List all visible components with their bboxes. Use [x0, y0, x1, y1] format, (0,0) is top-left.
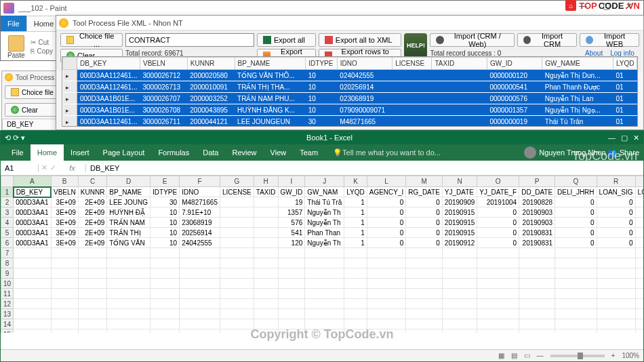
table-row[interactable]: 000D3AA1B01E...30000267072000003252TRẦN … [63, 93, 637, 104]
col-header[interactable]: I [278, 176, 305, 187]
row-header[interactable]: 1 [1, 187, 14, 197]
row-header[interactable]: 15 [1, 329, 14, 334]
filter-input[interactable] [125, 33, 254, 47]
excel-tab-data[interactable]: Data [196, 144, 225, 161]
excel-min-button[interactable]: — [608, 134, 616, 142]
table-row[interactable]: 2000D3AA13E+092E+09LEE JOUNG30M482716651… [1, 197, 644, 207]
import-crm-button[interactable]: Import CRM [517, 33, 577, 47]
view-normal-icon[interactable]: ▦ [498, 352, 504, 359]
col-header[interactable]: LYQD [613, 58, 637, 70]
table-row[interactable]: 3000D3AA13E+092E+09HUỲNH ĐẶ107.91E+10135… [1, 207, 644, 218]
fx-label[interactable]: fx [59, 164, 86, 172]
import-web-button[interactable]: Import WEB [580, 33, 639, 47]
col-header[interactable]: VBELN [140, 58, 188, 70]
col-header[interactable]: D [107, 176, 150, 187]
row-header[interactable]: 6 [1, 238, 14, 248]
help-icon[interactable]: HELP! [404, 33, 427, 58]
table-row[interactable]: 000D3AA112461...30000267122000020580TỐNG… [63, 70, 637, 81]
row-header[interactable]: 11 [1, 289, 14, 299]
row-header[interactable]: 7 [1, 248, 14, 258]
choice-file-button[interactable]: Choice file ... [60, 33, 123, 47]
paste-button[interactable]: Paste [5, 35, 28, 59]
formula-bar: A1 ✕ ✓ fx DB_KEY [1, 161, 643, 176]
tell-me[interactable]: 💡 Tell me what you want to do... [326, 144, 447, 161]
row-header[interactable]: 12 [1, 299, 14, 309]
table-row[interactable]: 6000D3AA13E+092E+09TỐNG VĂN1024042555120… [1, 238, 644, 248]
excel-max-button[interactable]: ▢ [621, 134, 628, 142]
row-header[interactable]: 4 [1, 218, 14, 228]
logo-icon: ⌂ [565, 0, 576, 11]
share-icon: 👥 [607, 148, 617, 157]
folder-icon [11, 88, 19, 96]
col-header[interactable]: O [477, 176, 519, 187]
row-header[interactable]: 2 [1, 197, 14, 207]
col-header[interactable]: P [519, 176, 555, 187]
row-header[interactable]: 14 [1, 319, 14, 329]
user-name: Nguyen Trung Nhon [524, 146, 605, 159]
import-crm-web-button[interactable]: Import (CRM / Web) [430, 33, 515, 47]
col-header[interactable]: M [406, 176, 443, 187]
col-header[interactable]: DB_KEY [77, 58, 140, 70]
table-row[interactable]: 5000D3AA13E+092E+09TRẦN THỊ1020256914541… [1, 228, 644, 238]
export-all-xml-button[interactable]: Export all to XML [319, 33, 402, 47]
row-header[interactable]: 10 [1, 279, 14, 289]
col-header[interactable]: GW_NAME [542, 58, 613, 70]
table-row[interactable]: 000D3AA1B01E...30000267082000043895HUỲNH… [63, 104, 637, 116]
paint-titlebar: ___102 - Paint — ▢ ✕ [1, 1, 643, 16]
col-header[interactable]: F [180, 176, 220, 187]
col-header[interactable]: IDNO [337, 58, 392, 70]
row-header[interactable]: 5 [1, 228, 14, 238]
col-header[interactable]: K [344, 176, 367, 187]
excel-tab-formulas[interactable]: Formulas [151, 144, 196, 161]
col-header[interactable]: IDTYPE [306, 58, 338, 70]
col-header[interactable]: KUNNR [187, 58, 235, 70]
col-header[interactable]: A [14, 176, 51, 187]
copy-button[interactable]: ⎘Copy [31, 47, 53, 55]
share-button[interactable]: 👥Share [607, 148, 639, 157]
col-header[interactable]: L [367, 176, 406, 187]
view-break-icon[interactable]: ▭ [524, 352, 530, 359]
formula-value[interactable]: DB_KEY [86, 164, 643, 172]
col-header[interactable]: H [254, 176, 278, 187]
col-header[interactable]: J [305, 176, 344, 187]
col-header[interactable]: E [150, 176, 180, 187]
excel-tab-review[interactable]: Review [225, 144, 263, 161]
excel-close-button[interactable]: ✕ [633, 134, 639, 142]
zoom-level[interactable]: 100% [622, 352, 639, 359]
row-header[interactable]: 8 [1, 258, 14, 268]
col-header[interactable]: B [51, 176, 78, 187]
data-table[interactable]: DB_KEYVBELNKUNNRBP_NAMEIDTYPEIDNOLICENSE… [62, 56, 638, 127]
col-header[interactable]: S [635, 176, 643, 187]
col-header[interactable]: G [220, 176, 254, 187]
table-row[interactable]: 4000D3AA13E+092E+09TRẦN NAM1023068919576… [1, 218, 644, 228]
zoom-slider[interactable] [550, 355, 605, 357]
col-header[interactable]: TAXID [432, 58, 487, 70]
col-header[interactable]: N [442, 176, 477, 187]
folder-icon [66, 36, 74, 44]
col-header[interactable]: C [78, 176, 107, 187]
excel-tab-home[interactable]: Home [31, 144, 64, 161]
export-all-button[interactable]: Export all [257, 33, 316, 47]
excel-tab-insert[interactable]: Insert [64, 144, 96, 161]
name-box[interactable]: A1 [1, 164, 39, 172]
view-page-icon[interactable]: ▤ [511, 352, 517, 359]
excel-tab-team[interactable]: Team [293, 144, 325, 161]
excel-icon [263, 36, 271, 44]
tab-file[interactable]: File [1, 16, 26, 31]
row-header[interactable]: 3 [1, 207, 14, 218]
table-row[interactable]: 000D3AA112461...30000267112000044121LEE … [63, 116, 637, 127]
excel-tab-page-layout[interactable]: Page Layout [96, 144, 152, 161]
col-header[interactable]: GW_ID [487, 58, 542, 70]
col-header[interactable]: R [597, 176, 635, 187]
excel-grid[interactable]: ABCDEFGHIJKLMNOPQRSTU1DB_KEYVBELNKUNNRBP… [1, 176, 643, 333]
col-header[interactable]: Q [555, 176, 597, 187]
col-header[interactable]: LICENSE [393, 58, 432, 70]
row-header[interactable]: 13 [1, 309, 14, 319]
excel-tab-view[interactable]: View [264, 144, 294, 161]
row-header[interactable]: 9 [1, 268, 14, 279]
excel-tab-file[interactable]: File [5, 144, 31, 161]
tool-process-window: Tool Process File XML - Nhon NT Choice f… [56, 15, 644, 130]
table-row[interactable]: 000D3AA112461...30000267132000010091TRẦN… [63, 81, 637, 93]
col-header[interactable]: BP_NAME [235, 58, 306, 70]
cut-button[interactable]: ✂Cut [31, 39, 53, 46]
